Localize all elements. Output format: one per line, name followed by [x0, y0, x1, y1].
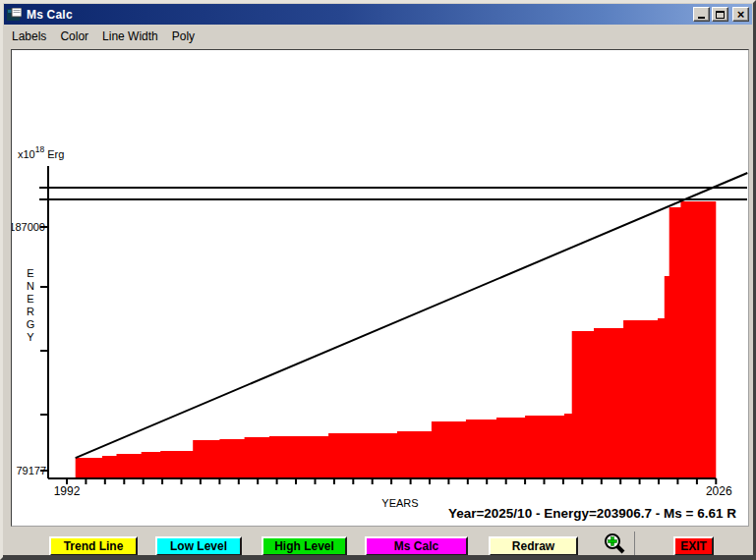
y-axis-title-letter: G: [27, 318, 35, 330]
maximize-button[interactable]: [712, 7, 728, 22]
maximize-icon: [716, 11, 725, 19]
y-axis-title-letter: E: [27, 267, 33, 279]
app-window: Ms Calc × Labels Color Line Width Poly 1…: [0, 0, 756, 560]
window-bottom-edge: [3, 555, 753, 557]
menu-line-width[interactable]: Line Width: [102, 29, 158, 43]
toolbar-divider: [634, 532, 635, 557]
menu-color[interactable]: Color: [60, 29, 88, 43]
x-axis-label-last: 2026: [706, 484, 732, 498]
redraw-button[interactable]: Redraw: [489, 536, 578, 556]
x-axis-label-first: 1992: [54, 484, 81, 498]
minimize-icon: [698, 17, 705, 19]
trend-line-button[interactable]: Trend Line: [49, 536, 138, 556]
y-axis-title-letter: N: [27, 280, 34, 292]
magnifier-zoom-in-icon: [604, 532, 627, 556]
menu-poly[interactable]: Poly: [172, 29, 195, 43]
status-readout: Year=2025/10 - Energy=203906.7 - Ms = 6.…: [448, 506, 736, 521]
app-icon: [7, 8, 22, 22]
high-level-button[interactable]: High Level: [262, 536, 347, 556]
energy-chart: 18700079177x1018 ErgENERGY19922026YEARS: [12, 50, 748, 526]
y-axis-title-letter: E: [27, 293, 33, 305]
window-title: Ms Calc: [27, 8, 73, 22]
y-axis-title-letter: Y: [27, 331, 34, 343]
x-axis-title: YEARS: [381, 497, 418, 509]
low-level-button[interactable]: Low Level: [155, 536, 242, 556]
y-axis-label-upper: 187000: [12, 221, 45, 233]
minimize-button[interactable]: [693, 7, 710, 22]
chart-area[interactable]: 18700079177x1018 ErgENERGY19922026YEARS …: [11, 49, 749, 527]
exit-button[interactable]: EXIT: [673, 536, 714, 556]
y-axis-title-letter: R: [27, 306, 34, 317]
window-controls: ×: [691, 7, 749, 22]
zoom-button[interactable]: [597, 532, 633, 557]
title-bar[interactable]: Ms Calc ×: [4, 4, 752, 25]
y-axis-unit-label: x1018 Erg: [18, 144, 64, 160]
menu-bar: Labels Color Line Width Poly: [4, 26, 752, 46]
ms-calc-button[interactable]: Ms Calc: [365, 536, 468, 556]
menu-labels[interactable]: Labels: [12, 29, 46, 43]
y-axis-label-lower: 79177: [16, 465, 46, 476]
energy-area-series: [76, 201, 717, 478]
close-button[interactable]: ×: [732, 7, 749, 22]
